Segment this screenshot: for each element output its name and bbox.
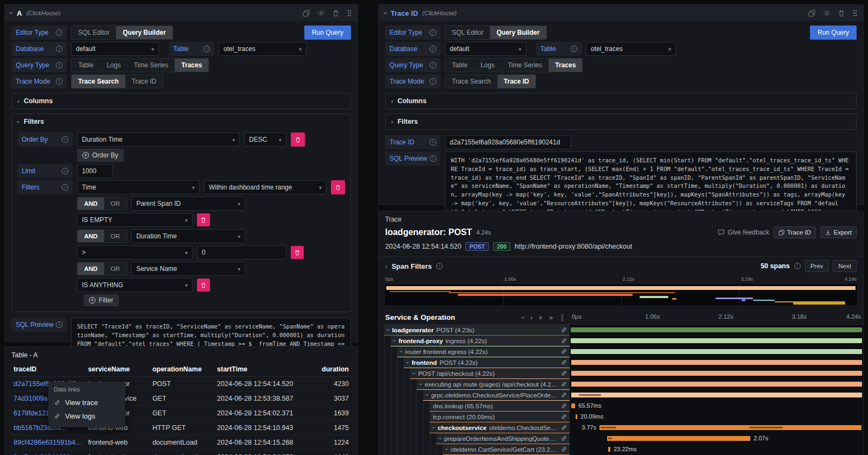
trace-mode-id[interactable]: Trace ID — [125, 75, 163, 88]
order-by-select[interactable]: Duration Time▾ — [77, 132, 240, 147]
or-option[interactable]: OR — [104, 198, 126, 210]
span-duration-bar[interactable] — [571, 360, 863, 365]
span-link-icon[interactable] — [560, 326, 567, 333]
span-label[interactable]: ›grpc.oteldemo.CheckoutService/PlaceOrde… — [423, 390, 570, 401]
span-collapse-icon[interactable]: › — [437, 438, 443, 440]
span-label[interactable]: ›loadgeneratorPOST (4.23s) — [384, 325, 570, 336]
panel-a-header[interactable]: › A (ClickHouse) — [5, 5, 358, 21]
query-type-traces[interactable]: Traces — [548, 59, 582, 72]
query-type-table[interactable]: Table — [72, 59, 100, 72]
col-operationname[interactable]: operationName — [149, 362, 214, 377]
span-link-icon[interactable] — [560, 391, 567, 399]
column-resize-handle[interactable] — [561, 314, 563, 321]
time-field-select[interactable]: Time▾ — [77, 180, 200, 194]
remove-condition-3-button[interactable] — [197, 279, 210, 292]
span-collapse-icon[interactable]: › — [392, 340, 398, 342]
condition-2-value-input[interactable]: 0 — [197, 245, 286, 260]
time-range-select[interactable]: Within dashboard time range▾ — [204, 180, 327, 194]
span-link-icon[interactable] — [560, 348, 567, 355]
col-duration[interactable]: duration — [296, 362, 352, 377]
span-duration-bar[interactable] — [571, 327, 863, 332]
table-select[interactable]: otel_traces▾ — [586, 42, 676, 56]
remove-order-by-button[interactable] — [291, 132, 305, 147]
span-label[interactable]: ›frontendPOST (4.22s) — [404, 357, 570, 368]
span-collapse-icon[interactable]: › — [444, 448, 450, 451]
columns-toggle[interactable]: ›Columns — [391, 93, 851, 109]
span-link-icon[interactable] — [560, 370, 567, 377]
span-collapse-icon[interactable]: › — [431, 427, 437, 429]
collapse-one-icon[interactable]: › — [520, 317, 526, 319]
query-type-table[interactable]: Table — [445, 59, 474, 72]
span-collapse-icon[interactable]: › — [398, 351, 404, 353]
span-filters-chevron[interactable]: › — [385, 263, 387, 269]
span-duration-bar[interactable] — [571, 382, 862, 387]
next-button[interactable]: Next — [833, 260, 857, 272]
span-duration-bar[interactable] — [571, 403, 575, 408]
span-link-icon[interactable] — [560, 402, 567, 409]
add-filter-button[interactable]: +Filter — [84, 294, 119, 306]
span-link-icon[interactable] — [560, 413, 567, 420]
filters-toggle[interactable]: ›Filters — [391, 114, 851, 129]
add-order-by-button[interactable]: +Order By — [77, 149, 124, 162]
trace-id-link[interactable]: 89cf4286e631591b4... — [10, 435, 85, 450]
query-type-timeseries[interactable]: Time Series — [127, 59, 175, 72]
span-duration-bar[interactable] — [571, 371, 863, 376]
span-duration-bar[interactable] — [571, 338, 862, 343]
span-label[interactable]: tcp.connect (20.09ms) — [430, 412, 570, 422]
run-query-button[interactable]: Run Query — [810, 26, 857, 40]
span-link-icon[interactable] — [560, 381, 567, 388]
span-collapse-icon[interactable]: › — [405, 362, 411, 364]
query-builder-option[interactable]: Query Builder — [490, 26, 546, 39]
sql-editor-option[interactable]: SQL Editor — [72, 26, 116, 39]
panel-collapse-icon[interactable]: › — [382, 12, 388, 14]
span-duration-bar[interactable] — [608, 447, 610, 452]
panel-trace-id-header[interactable]: › Trace ID (ClickHouse) — [379, 5, 863, 21]
trace-id-link[interactable]: 9cc7ccfc91941896c... — [10, 450, 85, 455]
prev-button[interactable]: Prev — [805, 260, 829, 272]
col-traceid[interactable]: traceID — [10, 362, 85, 377]
delete-panel-icon[interactable] — [838, 10, 845, 17]
span-label[interactable]: dns.lookup (65.57ms) — [430, 401, 570, 412]
view-logs-link[interactable]: View logs — [54, 409, 120, 423]
span-collapse-icon[interactable]: › — [424, 394, 430, 396]
condition-2-field-select[interactable]: Duration Time▾ — [131, 229, 245, 243]
span-label[interactable]: ›prepareOrderItemsAndShippingQuoteFromCa… — [436, 433, 570, 444]
and-option[interactable]: AND — [78, 198, 104, 210]
span-collapse-icon[interactable]: › — [411, 372, 417, 375]
eye-icon[interactable] — [823, 10, 831, 16]
condition-3-op-select[interactable]: IS ANYTHING▾ — [77, 278, 193, 292]
query-type-timeseries[interactable]: Time Series — [501, 59, 549, 72]
span-duration-bar[interactable] — [599, 425, 861, 430]
query-type-logs[interactable]: Logs — [100, 59, 127, 72]
drag-handle-icon[interactable] — [347, 9, 352, 17]
remove-condition-2-button[interactable] — [291, 246, 304, 259]
span-label[interactable]: ›frontend-proxyingress (4.22s) — [391, 336, 570, 346]
condition-1-field-select[interactable]: Parent Span ID▾ — [131, 197, 245, 211]
span-collapse-icon[interactable]: › — [418, 383, 424, 386]
eye-icon[interactable] — [317, 10, 325, 16]
span-filters-label[interactable]: Span Filters — [392, 262, 432, 270]
query-builder-option[interactable]: Query Builder — [116, 26, 172, 39]
span-link-icon[interactable] — [560, 424, 567, 431]
remove-time-filter-button[interactable] — [331, 180, 345, 194]
database-select[interactable]: default▾ — [71, 42, 159, 56]
span-label[interactable]: ›oteldemo.CartService/GetCart (23.22ms) — [443, 444, 570, 455]
span-label[interactable]: ›checkoutserviceoteldemo.CheckoutService… — [430, 422, 570, 433]
minimap-canvas[interactable] — [384, 283, 858, 306]
span-duration-bar[interactable] — [571, 393, 862, 397]
collapse-all-icon[interactable]: » — [538, 315, 544, 319]
view-trace-link[interactable]: View trace — [54, 396, 120, 409]
give-feedback-button[interactable]: Give feedback — [718, 229, 769, 236]
duplicate-icon[interactable] — [808, 10, 815, 17]
col-servicename[interactable]: serviceName — [85, 362, 149, 377]
and-option[interactable]: AND — [78, 263, 104, 275]
export-button[interactable]: Export — [820, 226, 857, 238]
table-select[interactable]: otel_traces▾ — [219, 42, 307, 56]
columns-toggle[interactable]: ›Columns — [17, 93, 345, 109]
order-dir-select[interactable]: DESC▾ — [244, 132, 286, 147]
query-type-traces[interactable]: Traces — [175, 59, 208, 72]
condition-3-field-select[interactable]: Service Name▾ — [131, 262, 245, 276]
duplicate-icon[interactable] — [303, 10, 310, 17]
span-link-icon[interactable] — [560, 337, 567, 344]
remove-condition-1-button[interactable] — [197, 213, 210, 226]
